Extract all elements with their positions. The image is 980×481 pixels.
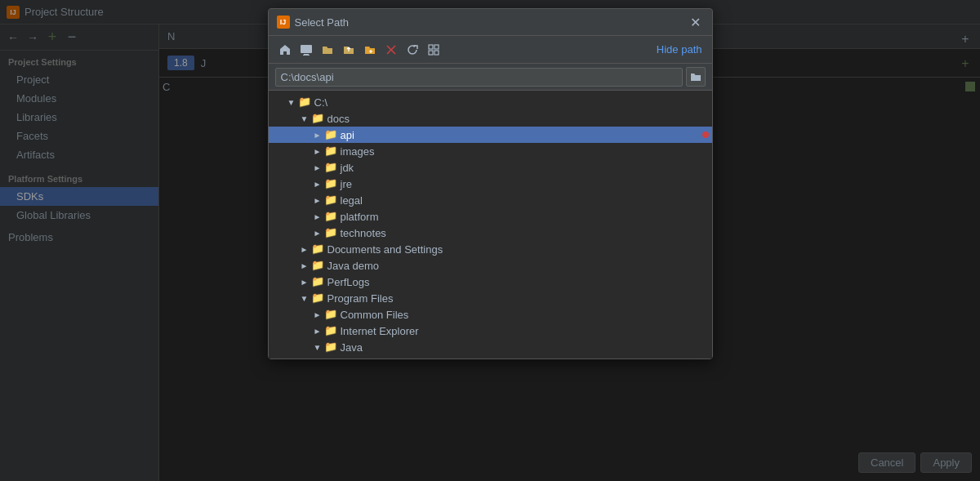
folder-icon-platform: 📁 (324, 210, 337, 223)
tree-label-technotes: technotes (341, 227, 709, 239)
tree-item-api[interactable]: ► 📁 api 选择下载的本地 API 目录 (269, 127, 712, 143)
tree-label-images: images (341, 145, 709, 158)
hide-path-button[interactable]: Hide path (653, 42, 706, 57)
folder-icon-technotes: 📁 (324, 226, 337, 239)
tree-item-jdk[interactable]: ► 📁 jdk (269, 159, 712, 176)
expand-arrow-jdk: ► (311, 161, 324, 174)
dialog-titlebar: IJ Select Path ✕ (269, 9, 712, 36)
folder-icon-jre: 📁 (324, 177, 337, 190)
folder-icon-images: 📁 (324, 145, 337, 158)
tree-item-c-drive[interactable]: ▼ 📁 C:\ (269, 94, 712, 110)
svg-rect-5 (429, 45, 433, 49)
folder-icon-legal: 📁 (324, 194, 337, 207)
dialog-title: Select Path (295, 16, 688, 29)
dialog-toolbar: Hide path (269, 36, 712, 64)
tree-item-images[interactable]: ► 📁 images (269, 143, 712, 159)
expand-arrow-technotes: ► (311, 226, 324, 239)
expand-arrow-jre: ► (311, 177, 324, 190)
svg-rect-8 (434, 51, 439, 55)
home-button[interactable] (275, 40, 295, 60)
expand-arrow-platform: ► (311, 210, 324, 223)
tree-label-platform: platform (341, 211, 709, 223)
expand-arrow-perflogs: ► (298, 275, 311, 288)
folder-icon-c: 📁 (298, 96, 311, 109)
tree-item-java[interactable]: ▼ 📁 Java (269, 339, 712, 355)
folder-icon-common-files: 📁 (324, 308, 337, 321)
tree-label-ie: Internet Explorer (341, 325, 709, 337)
folder-icon-ie: 📁 (324, 324, 337, 337)
tree-item-common-files[interactable]: ► 📁 Common Files (269, 306, 712, 323)
folder-up-button[interactable] (339, 40, 359, 60)
folder-icon-jdk: 📁 (324, 161, 337, 174)
svg-rect-0 (301, 45, 312, 53)
select-path-dialog: IJ Select Path ✕ (268, 8, 713, 359)
svg-rect-1 (304, 54, 309, 55)
tree-label-jdk: jdk (341, 162, 709, 174)
tree-item-perflogs[interactable]: ► 📁 PerfLogs (269, 274, 712, 290)
tree-label-java-demo: Java demo (327, 260, 709, 272)
expand-arrow-docs-settings: ► (298, 243, 311, 256)
folder-icon-docs-settings: 📁 (311, 243, 324, 256)
tree-label-jre: jre (341, 178, 709, 190)
tree-label-legal: legal (341, 194, 709, 207)
tree-item-ie[interactable]: ► 📁 Internet Explorer (269, 323, 712, 339)
tree-item-technotes[interactable]: ► 📁 technotes (269, 225, 712, 241)
file-tree: ▼ 📁 C:\ ▼ 📁 docs ► 📁 api 选择下载的本地 API 目录 … (269, 91, 712, 359)
folder-icon-api: 📁 (324, 128, 337, 141)
tree-item-docs[interactable]: ▼ 📁 docs (269, 110, 712, 127)
expand-arrow-api: ► (311, 128, 324, 141)
expand-arrow-java: ▼ (311, 341, 324, 354)
api-red-dot (702, 131, 709, 138)
expand-button[interactable] (424, 40, 443, 60)
tree-label-docs: docs (327, 113, 709, 125)
expand-arrow-images: ► (311, 145, 324, 158)
tree-item-platform[interactable]: ► 📁 platform (269, 208, 712, 225)
tree-label-api: api (341, 129, 697, 141)
new-folder-button[interactable] (360, 40, 380, 60)
refresh-button[interactable] (403, 40, 422, 60)
path-input[interactable] (275, 68, 683, 87)
folder-icon-java-demo: 📁 (311, 259, 324, 272)
folder-icon-perflogs: 📁 (311, 275, 324, 288)
expand-arrow-c: ▼ (285, 96, 298, 109)
folder-icon-docs: 📁 (311, 112, 324, 125)
tree-item-jre[interactable]: ► 📁 jre (269, 176, 712, 192)
tree-label-docs-settings: Documents and Settings (327, 243, 709, 256)
tree-item-program-files[interactable]: ▼ 📁 Program Files (269, 290, 712, 306)
expand-arrow-java-demo: ► (298, 259, 311, 272)
tree-label-common-files: Common Files (341, 309, 709, 321)
expand-arrow-docs: ▼ (298, 112, 311, 125)
dialog-app-icon: IJ (277, 16, 290, 29)
path-bar (269, 64, 712, 91)
tree-label-perflogs: PerfLogs (327, 276, 709, 288)
folder-icon-program-files: 📁 (311, 292, 324, 305)
svg-rect-7 (429, 51, 433, 55)
svg-rect-2 (303, 55, 310, 56)
expand-arrow-ie: ► (311, 324, 324, 337)
tree-label-c: C:\ (314, 96, 709, 109)
tree-item-docs-settings[interactable]: ► 📁 Documents and Settings (269, 241, 712, 257)
folder-icon-java: 📁 (324, 341, 337, 354)
tree-label-java: Java (341, 341, 709, 354)
open-folder-button[interactable] (318, 40, 337, 60)
dialog-close-button[interactable]: ✕ (688, 14, 704, 30)
svg-rect-6 (434, 45, 439, 49)
tree-item-legal[interactable]: ► 📁 legal (269, 192, 712, 208)
expand-arrow-common-files: ► (311, 308, 324, 321)
expand-arrow-legal: ► (311, 194, 324, 207)
desktop-button[interactable] (296, 40, 316, 60)
tree-label-program-files: Program Files (327, 292, 709, 305)
delete-button[interactable] (381, 40, 401, 60)
path-browse-button[interactable] (686, 67, 706, 87)
tree-item-java-demo[interactable]: ► 📁 Java demo (269, 257, 712, 274)
expand-arrow-program-files: ▼ (298, 292, 311, 305)
modal-overlay: IJ Select Path ✕ (0, 0, 980, 481)
